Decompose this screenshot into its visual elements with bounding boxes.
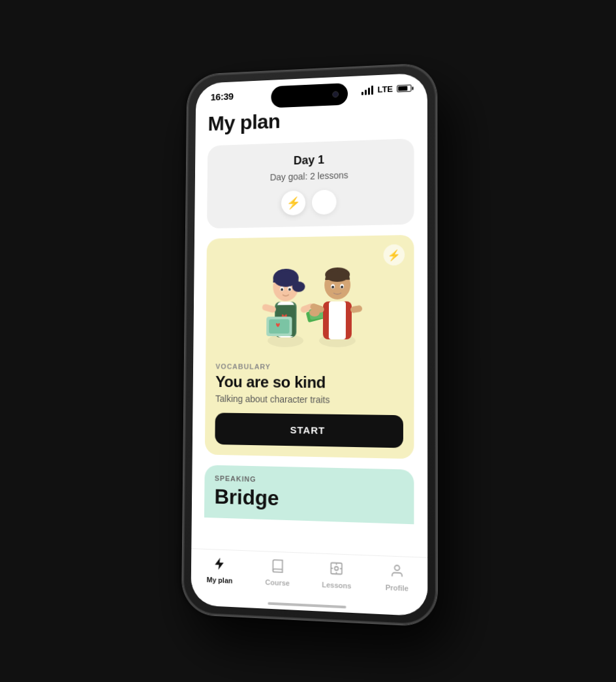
lesson-subtitle: Talking about character traits bbox=[215, 393, 403, 405]
lesson-title: You are so kind bbox=[215, 373, 403, 392]
card-bolt-badge: ⚡ bbox=[384, 244, 405, 266]
bottom-nav: My plan Course bbox=[191, 548, 428, 610]
volume-up-button bbox=[185, 208, 187, 245]
phone-frame: 16:39 LTE My plan bbox=[181, 66, 435, 617]
svg-rect-20 bbox=[329, 301, 346, 339]
signal-bars-icon bbox=[362, 85, 373, 95]
power-button bbox=[435, 208, 437, 261]
day-goal: Day goal: 2 lessons bbox=[220, 168, 401, 183]
lesson-illustration bbox=[238, 238, 380, 350]
main-content: My plan Day 1 Day goal: 2 lessons ⚡ bbox=[191, 98, 427, 557]
start-button[interactable]: START bbox=[215, 412, 403, 448]
progress-dot-1: ⚡ bbox=[281, 190, 305, 215]
progress-dots: ⚡ bbox=[219, 187, 401, 216]
nav-bolt-icon bbox=[213, 556, 227, 574]
nav-label-profile: Profile bbox=[386, 583, 408, 592]
nav-item-course[interactable]: Course bbox=[249, 557, 307, 587]
page-title: My plan bbox=[208, 104, 414, 136]
svg-point-31 bbox=[335, 566, 339, 570]
progress-dot-2 bbox=[312, 189, 337, 215]
bolt-badge-icon: ⚡ bbox=[388, 248, 401, 260]
day-title: Day 1 bbox=[220, 150, 401, 170]
nav-label-course: Course bbox=[265, 578, 290, 587]
nav-lessons-icon bbox=[330, 561, 344, 579]
lesson-card-image bbox=[206, 234, 414, 354]
speaking-type-label: SPEAKING bbox=[215, 474, 403, 486]
nav-course-icon bbox=[270, 558, 285, 576]
bolt-icon: ⚡ bbox=[286, 195, 301, 209]
lesson-card-body: VOCABULARY You are so kind Talking about… bbox=[205, 353, 414, 459]
nav-label-my-plan: My plan bbox=[207, 576, 233, 585]
nav-item-profile[interactable]: Profile bbox=[367, 562, 428, 593]
lte-label: LTE bbox=[377, 84, 393, 94]
battery-icon bbox=[397, 84, 411, 92]
dynamic-island bbox=[271, 83, 348, 108]
nav-label-lessons: Lessons bbox=[322, 580, 351, 589]
status-icons: LTE bbox=[362, 83, 411, 95]
vocabulary-lesson-card[interactable]: ⚡ VOCABULARY You are so kind Talking abo… bbox=[205, 234, 414, 458]
nav-item-lessons[interactable]: Lessons bbox=[307, 560, 367, 591]
nav-item-my-plan[interactable]: My plan bbox=[191, 555, 249, 585]
svg-rect-28 bbox=[350, 305, 363, 313]
speaking-lesson-card[interactable]: SPEAKING Bridge bbox=[204, 465, 414, 524]
status-time: 16:39 bbox=[211, 90, 234, 102]
camera-dot bbox=[332, 91, 339, 97]
phone-screen: 16:39 LTE My plan bbox=[191, 72, 427, 616]
nav-profile-icon bbox=[390, 563, 405, 581]
lesson-type-label: VOCABULARY bbox=[215, 362, 403, 371]
svg-rect-14 bbox=[269, 319, 289, 333]
mute-button bbox=[185, 176, 187, 199]
day-card: Day 1 Day goal: 2 lessons ⚡ bbox=[207, 138, 414, 228]
svg-point-36 bbox=[394, 565, 399, 570]
svg-rect-11 bbox=[262, 303, 277, 313]
volume-down-button bbox=[185, 255, 187, 293]
speaking-title: Bridge bbox=[214, 484, 403, 514]
